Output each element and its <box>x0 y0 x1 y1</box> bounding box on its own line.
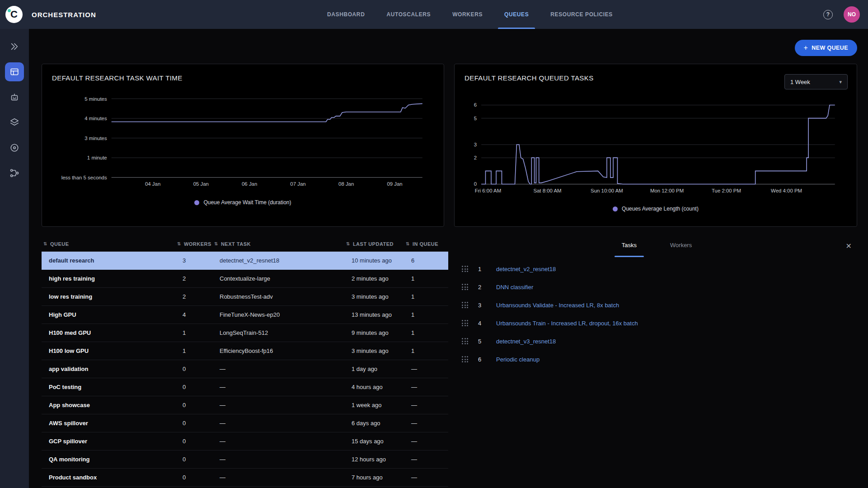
task-link[interactable]: DNN classifier <box>496 284 533 291</box>
svg-text:Sat 8:00 AM: Sat 8:00 AM <box>533 188 561 193</box>
legend-label: Queue Average Wait Time (duration) <box>203 199 291 206</box>
svg-text:0: 0 <box>474 181 477 187</box>
queue-row[interactable]: high res training 2 Contextualize-large … <box>42 270 448 288</box>
last-updated-cell: 3 minutes ago <box>346 293 406 300</box>
svg-text:Sun 10:00 AM: Sun 10:00 AM <box>591 188 623 193</box>
brand: C ORCHESTRATION <box>5 6 96 23</box>
queue-row[interactable]: AWS spillover 0 — 6 days ago — <box>42 414 448 432</box>
in-queue-cell: — <box>406 438 444 445</box>
next-task-cell: — <box>214 402 346 408</box>
queue-row[interactable]: Product sandbox 0 — 7 hours ago — <box>42 469 448 487</box>
expand-sidebar-icon[interactable] <box>5 37 24 56</box>
sidebar-item-applications[interactable] <box>5 138 24 157</box>
last-updated-cell: 6 days ago <box>346 420 406 427</box>
last-updated-cell: 1 day ago <box>346 366 406 372</box>
column-header[interactable]: ⇅ NEXT TASK <box>214 241 346 247</box>
queued-tasks-title: DEFAULT RESEARCH QUEUED TASKS <box>464 74 594 82</box>
in-queue-cell: — <box>406 456 444 463</box>
next-task-cell: — <box>214 456 346 463</box>
chevron-down-icon: ▾ <box>839 79 842 85</box>
drag-handle-icon[interactable] <box>462 320 468 326</box>
legend-label: Queues Average Length (count) <box>622 206 699 212</box>
column-label: WORKERS <box>184 241 211 247</box>
queue-row[interactable]: QA monitoring 0 — 12 hours ago — <box>42 450 448 469</box>
nav-tab-dashboard[interactable]: DASHBOARD <box>316 0 375 29</box>
svg-text:06 Jan: 06 Jan <box>242 181 257 187</box>
task-row: 1 detectnet_v2_resnet18 <box>456 260 857 278</box>
next-task-cell: Contextualize-large <box>214 275 346 282</box>
drag-handle-icon[interactable] <box>462 266 468 272</box>
sidebar-item-queues[interactable] <box>5 62 24 81</box>
top-navbar: C ORCHESTRATION DASHBOARDAUTOSCALERSWORK… <box>0 0 868 29</box>
column-header[interactable]: ⇅ LAST UPDATED <box>346 241 406 247</box>
sort-icon: ⇅ <box>43 241 47 246</box>
workers-cell: 0 <box>177 420 214 427</box>
sidebar-item-pipelines[interactable] <box>5 164 24 183</box>
sort-icon: ⇅ <box>346 241 350 246</box>
task-index: 4 <box>478 320 485 327</box>
column-header[interactable]: ⇅ QUEUE <box>43 241 177 247</box>
queue-row[interactable]: H100 med GPU 1 LongSeqTrain-512 9 minute… <box>42 324 448 342</box>
queue-name-cell: High GPU <box>43 311 177 318</box>
task-index: 6 <box>478 356 485 363</box>
column-header[interactable]: ⇅ WORKERS <box>177 241 214 247</box>
queue-name-cell: H100 low GPU <box>43 347 177 354</box>
task-link[interactable]: Urbansounds Validate - Increased LR, 8x … <box>496 302 619 309</box>
workers-cell: 2 <box>177 293 214 300</box>
task-index: 1 <box>478 266 485 272</box>
task-link[interactable]: Urbansounds Train - Increased LR, dropou… <box>496 320 638 327</box>
queue-row[interactable]: default research 3 detectnet_v2_resnet18… <box>42 252 448 270</box>
queue-name-cell: low res training <box>43 293 177 300</box>
drag-handle-icon[interactable] <box>462 284 468 290</box>
drag-handle-icon[interactable] <box>462 338 468 344</box>
help-icon[interactable]: ? <box>823 10 833 19</box>
time-range-select[interactable]: 1 Week ▾ <box>784 74 848 89</box>
svg-text:5 minutes: 5 minutes <box>84 96 107 102</box>
details-tab-workers[interactable]: Workers <box>663 236 699 257</box>
sort-icon: ⇅ <box>406 241 410 246</box>
drag-handle-icon[interactable] <box>462 302 468 308</box>
details-tab-tasks[interactable]: Tasks <box>615 236 644 257</box>
svg-text:04 Jan: 04 Jan <box>145 181 160 187</box>
svg-text:05 Jan: 05 Jan <box>193 181 209 187</box>
queue-row[interactable]: low res training 2 RobustnessTest-adv 3 … <box>42 288 448 306</box>
task-list: 1 detectnet_v2_resnet18 2 DNN classifier… <box>456 260 857 368</box>
workers-cell: 2 <box>177 275 214 282</box>
help-glyph: ? <box>826 11 830 18</box>
task-link[interactable]: detectnet_v3_resnet18 <box>496 338 556 345</box>
task-row: 4 Urbansounds Train - Increased LR, drop… <box>456 314 857 332</box>
task-index: 5 <box>478 338 485 345</box>
drag-handle-icon[interactable] <box>462 356 468 362</box>
nav-tab-label: DASHBOARD <box>327 11 365 18</box>
nav-tab-queues[interactable]: QUEUES <box>493 0 540 29</box>
wait-time-title: DEFAULT RESEARCH TASK WAIT TIME <box>52 74 183 82</box>
nav-tab-autoscalers[interactable]: AUTOSCALERS <box>375 0 441 29</box>
clearml-logo[interactable]: C <box>5 6 23 23</box>
nav-tab-label: WORKERS <box>452 11 483 18</box>
topbar-right: ? NO <box>823 6 860 23</box>
next-task-cell: — <box>214 474 346 481</box>
nav-tab-resource-policies[interactable]: RESOURCE POLICIES <box>540 0 624 29</box>
queue-row[interactable]: H100 low GPU 1 EfficiencyBoost-fp16 3 mi… <box>42 342 448 360</box>
svg-text:Mon 12:00 PM: Mon 12:00 PM <box>650 188 684 193</box>
sidebar-item-datasets[interactable] <box>5 113 24 132</box>
task-index: 2 <box>478 284 485 291</box>
queue-row[interactable]: App showcase 0 — 1 week ago — <box>42 396 448 414</box>
nav-tab-workers[interactable]: WORKERS <box>441 0 493 29</box>
queue-row[interactable]: PoC testing 0 — 4 hours ago — <box>42 378 448 396</box>
task-link[interactable]: Periodic cleanup <box>496 356 540 363</box>
queue-row[interactable]: app validation 0 — 1 day ago — <box>42 360 448 378</box>
close-icon[interactable]: ✕ <box>846 242 852 250</box>
new-queue-button[interactable]: + NEW QUEUE <box>795 40 857 56</box>
queue-row[interactable]: GCP spillover 0 — 15 days ago — <box>42 432 448 450</box>
avatar[interactable]: NO <box>844 6 860 23</box>
svg-text:Tue 2:00 PM: Tue 2:00 PM <box>712 188 741 193</box>
column-header[interactable]: ⇅ IN QUEUE <box>406 241 444 247</box>
queue-row[interactable]: High GPU 4 FineTuneX-News-ep20 13 minute… <box>42 306 448 324</box>
legend-dot-icon <box>194 200 199 205</box>
in-queue-cell: — <box>406 420 444 427</box>
task-row: 3 Urbansounds Validate - Increased LR, 8… <box>456 296 857 314</box>
queues-table-body: default research 3 detectnet_v2_resnet18… <box>42 252 448 487</box>
task-link[interactable]: detectnet_v2_resnet18 <box>496 266 556 272</box>
sidebar-item-workers[interactable] <box>5 88 24 107</box>
